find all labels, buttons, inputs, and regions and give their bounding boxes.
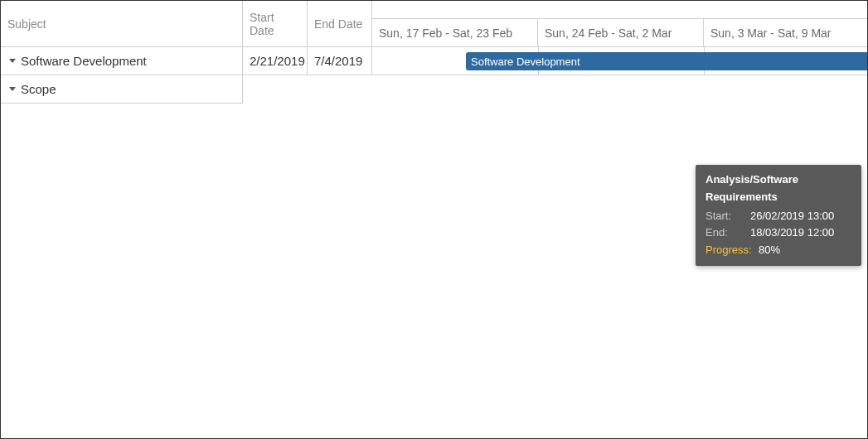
col-header-subject[interactable]: Subject	[1, 1, 243, 47]
tooltip-start-label: Start:	[706, 208, 750, 225]
task-subject[interactable]: Scope	[1, 75, 243, 104]
tooltip-progress: 80%	[759, 244, 780, 256]
tooltip-title: Analysis/Software Requirements	[706, 171, 851, 206]
tooltip-end: 18/03/2019 12:00	[750, 226, 834, 239]
week-header[interactable]: Sun, 17 Feb - Sat, 23 Feb	[372, 19, 538, 47]
task-subject[interactable]: Software Development	[1, 47, 243, 75]
task-label: Software Development	[21, 54, 147, 68]
task-label: Scope	[21, 82, 56, 96]
col-header-end[interactable]: End Date	[308, 1, 372, 47]
task-end: 7/4/2019	[308, 47, 372, 75]
week-header[interactable]: Sun, 24 Feb - Sat, 2 Mar	[538, 19, 704, 47]
week-header[interactable]: Sun, 3 Mar - Sat, 9 Mar	[704, 19, 868, 47]
tooltip-end-label: End:	[706, 224, 750, 242]
gantt-wrapper: Subject Start Date End Date Sun, 17 Feb …	[0, 0, 868, 439]
tooltip-start: 26/02/2019 13:00	[750, 210, 834, 222]
col-header-start[interactable]: Start Date	[243, 1, 308, 47]
gantt-bar-label: Software Development	[471, 55, 580, 68]
task-tooltip: Analysis/Software Requirements Start:26/…	[696, 165, 861, 266]
gantt-bar[interactable]: Software Development	[466, 52, 868, 70]
task-start: 2/21/2019	[243, 47, 308, 75]
timeline-header[interactable]: Sun, 17 Feb - Sat, 23 Feb Sun, 24 Feb - …	[372, 1, 868, 47]
expand-caret-icon[interactable]	[9, 87, 16, 91]
tooltip-progress-label: Progress:	[706, 242, 759, 259]
timeline-row[interactable]: Software Development	[372, 47, 868, 75]
gantt-grid: Subject Start Date End Date Sun, 17 Feb …	[1, 1, 867, 104]
expand-caret-icon[interactable]	[9, 59, 16, 63]
